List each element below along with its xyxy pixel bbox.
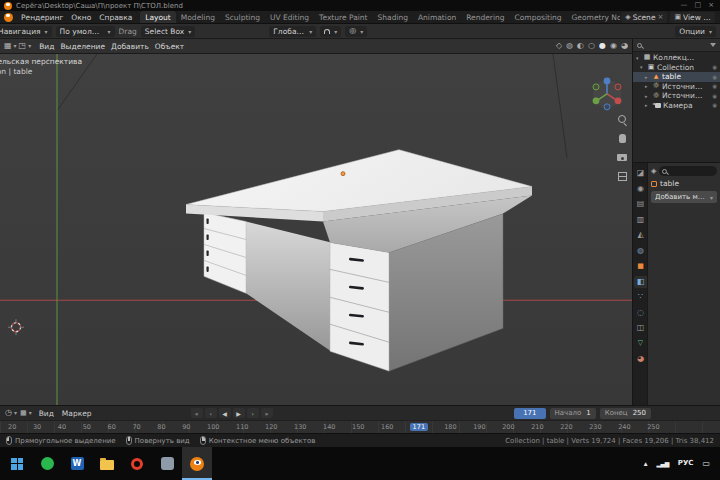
properties-tab[interactable] bbox=[634, 229, 647, 241]
menu-item[interactable]: Окно bbox=[67, 13, 95, 22]
properties-tab[interactable] bbox=[634, 353, 647, 365]
frame-start-field[interactable]: Начало1 bbox=[550, 408, 596, 419]
viewport-canvas[interactable]: Пользовательская перспектива (1) Collect… bbox=[0, 54, 632, 405]
window-button[interactable]: □ bbox=[695, 2, 702, 9]
viewport-menu-item[interactable]: Вид bbox=[36, 42, 57, 51]
editor-type-icon[interactable] bbox=[4, 42, 17, 50]
tray-item[interactable]: ▴ bbox=[644, 460, 648, 468]
workspace-tab[interactable]: Rendering bbox=[461, 11, 509, 23]
taskbar-app[interactable] bbox=[182, 447, 212, 480]
playback-button[interactable] bbox=[219, 408, 231, 418]
properties-search-input[interactable] bbox=[659, 166, 717, 176]
snap-dropdown[interactable] bbox=[320, 26, 341, 37]
viewport-header-icon[interactable] bbox=[610, 42, 617, 50]
drag-mode-dropdown[interactable]: Select Box bbox=[141, 26, 195, 37]
properties-tab[interactable] bbox=[634, 276, 647, 288]
taskbar-app[interactable] bbox=[32, 447, 62, 480]
disclosure-icon[interactable]: ▸ bbox=[645, 74, 650, 80]
options-dropdown[interactable]: Опции bbox=[675, 26, 716, 37]
properties-tab[interactable] bbox=[634, 338, 647, 350]
visibility-eye-icon[interactable]: ◉ bbox=[712, 74, 717, 80]
outliner-row[interactable]: ▸ Источник-света ◉ bbox=[633, 91, 720, 101]
outliner-row[interactable]: ▸ Источник-света ◉ bbox=[633, 82, 720, 92]
workspace-tab[interactable]: Sculpting bbox=[220, 11, 265, 23]
properties-tab[interactable] bbox=[634, 167, 647, 179]
disclosure-icon[interactable]: ▾ bbox=[636, 55, 641, 61]
outliner-row[interactable]: ▸ Камера ◉ bbox=[633, 101, 720, 111]
viewport-nav-icon[interactable] bbox=[617, 114, 628, 125]
viewport-menu-item[interactable]: Добавить bbox=[108, 42, 152, 51]
timeline-menu-item[interactable]: Маркер bbox=[58, 409, 96, 418]
playback-button[interactable] bbox=[261, 408, 273, 418]
viewport-header-icon[interactable] bbox=[599, 42, 606, 50]
tool-preset-dropdown[interactable]: По умолчанию bbox=[56, 26, 115, 37]
viewport-header-icon[interactable] bbox=[621, 42, 628, 50]
taskbar-app[interactable] bbox=[152, 447, 182, 480]
window-button[interactable]: — bbox=[681, 2, 688, 9]
add-modifier-button[interactable]: Добавить модификатор bbox=[651, 191, 717, 203]
workspace-tab[interactable]: Shading bbox=[373, 11, 413, 23]
properties-tab[interactable] bbox=[634, 245, 647, 257]
workspace-tab[interactable]: Geometry Nodes bbox=[567, 11, 621, 23]
viewport-header-icon[interactable] bbox=[556, 42, 562, 50]
outliner-row[interactable]: ▾ Коллекция сцены bbox=[633, 53, 720, 63]
timeline-ruler[interactable]: 2030405060708090100110120130140150160171… bbox=[0, 420, 720, 433]
playback-button[interactable] bbox=[191, 408, 203, 418]
viewport-menu-item[interactable]: Объект bbox=[152, 42, 187, 51]
visibility-eye-icon[interactable]: ◉ bbox=[712, 64, 717, 70]
navigation-gizmo[interactable] bbox=[593, 78, 622, 110]
properties-tab[interactable] bbox=[634, 322, 647, 334]
visibility-eye-icon[interactable]: ◉ bbox=[712, 102, 717, 108]
playback-button[interactable] bbox=[205, 408, 217, 418]
visibility-eye-icon[interactable]: ◉ bbox=[712, 83, 717, 89]
view-layer-selector[interactable]: View Layer bbox=[670, 12, 715, 23]
disclosure-icon[interactable]: ▸ bbox=[645, 102, 650, 108]
start-button[interactable] bbox=[2, 447, 32, 480]
desk-model[interactable] bbox=[186, 150, 532, 371]
tray-item[interactable]: ▂▄▆ bbox=[656, 461, 668, 467]
workspace-tab[interactable]: Compositing bbox=[510, 11, 567, 23]
window-button[interactable]: × bbox=[708, 2, 714, 9]
timeline-sync-dropdown[interactable] bbox=[20, 410, 32, 417]
properties-tab[interactable] bbox=[634, 198, 647, 210]
properties-tab[interactable] bbox=[634, 214, 647, 226]
disclosure-icon[interactable]: ▾ bbox=[640, 64, 645, 70]
search-icon[interactable] bbox=[637, 43, 642, 48]
active-tool-dropdown[interactable]: Навигация bbox=[0, 26, 52, 37]
visibility-eye-icon[interactable]: ◉ bbox=[712, 93, 717, 99]
scene-selector[interactable]: Scene × bbox=[621, 12, 667, 23]
playback-button[interactable] bbox=[247, 408, 259, 418]
viewport-header-icon[interactable] bbox=[588, 42, 595, 50]
object-mode-icon[interactable] bbox=[19, 42, 32, 50]
viewport-header-icon[interactable] bbox=[566, 42, 573, 50]
proportional-edit-dropdown[interactable] bbox=[345, 26, 367, 37]
outliner-row[interactable]: ▾ Collection ◉ bbox=[633, 63, 720, 73]
workspace-tab[interactable]: Modeling bbox=[176, 11, 220, 23]
workspace-tab[interactable]: Texture Paint bbox=[314, 11, 372, 23]
properties-tab[interactable] bbox=[634, 307, 647, 319]
unlink-icon[interactable]: × bbox=[658, 13, 664, 21]
menu-item[interactable]: Рендеринг bbox=[17, 13, 67, 22]
browse-id-icon[interactable] bbox=[651, 168, 656, 175]
viewport-menu-item[interactable]: Выделение bbox=[57, 42, 108, 51]
viewport-nav-icon[interactable] bbox=[617, 152, 628, 163]
properties-tab[interactable] bbox=[634, 183, 647, 195]
workspace-tab[interactable]: Animation bbox=[413, 11, 461, 23]
blender-menu-icon[interactable] bbox=[4, 13, 13, 22]
taskbar-app[interactable]: W bbox=[62, 447, 92, 480]
orientation-dropdown[interactable]: Глобальная bbox=[269, 26, 316, 37]
workspace-tab[interactable]: Layout bbox=[140, 11, 176, 23]
viewport-nav-icon[interactable] bbox=[617, 171, 628, 182]
properties-tab[interactable] bbox=[634, 291, 647, 303]
timeline-menu-item[interactable]: Вид bbox=[35, 409, 58, 418]
filter-icon[interactable] bbox=[710, 43, 716, 47]
timeline-editor-type-icon[interactable] bbox=[5, 409, 17, 417]
current-frame-field[interactable]: 171 bbox=[514, 408, 545, 419]
tray-item[interactable]: РУС bbox=[678, 460, 694, 467]
viewport-nav-icon[interactable] bbox=[617, 133, 628, 144]
properties-tab[interactable] bbox=[634, 260, 647, 272]
playback-button[interactable] bbox=[233, 408, 245, 418]
taskbar-app[interactable] bbox=[122, 447, 152, 480]
taskbar-app[interactable] bbox=[92, 447, 122, 480]
viewport-header-icon[interactable] bbox=[577, 42, 584, 50]
